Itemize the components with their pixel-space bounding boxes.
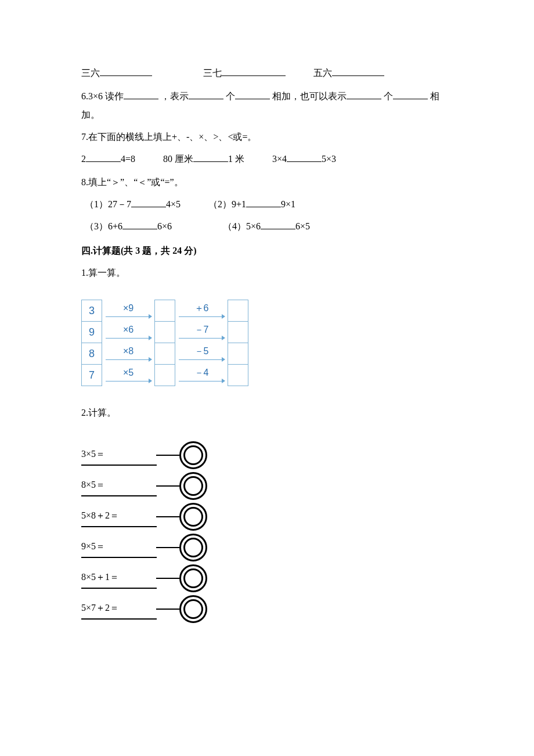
calc-chain-row: 8×8－5 bbox=[82, 343, 248, 365]
start-number: 9 bbox=[82, 322, 102, 343]
blank[interactable] bbox=[347, 89, 381, 99]
answer-ring[interactable] bbox=[179, 472, 207, 500]
question-4-2-title: 2.计算。 bbox=[81, 404, 453, 422]
calc-chain-row: 9×6－7 bbox=[82, 322, 248, 343]
blank[interactable] bbox=[100, 66, 152, 76]
question-8-row2: （3）6+66×6 （4）5×66×5 bbox=[81, 217, 453, 236]
arrow-op: ×5 bbox=[102, 365, 155, 386]
blank[interactable] bbox=[193, 152, 228, 162]
line-connector bbox=[156, 609, 179, 610]
blank[interactable] bbox=[287, 152, 322, 162]
blank[interactable] bbox=[246, 197, 281, 207]
result-box[interactable] bbox=[155, 343, 175, 365]
arrow-op: －4 bbox=[175, 365, 228, 386]
start-number: 8 bbox=[82, 343, 102, 365]
result-box[interactable] bbox=[228, 365, 248, 386]
answer-ring[interactable] bbox=[179, 503, 207, 531]
section-4-title: 四.计算题(共 3 题，共 24 分) bbox=[81, 242, 453, 260]
calc-ring-row: 5×8＋2＝ bbox=[81, 501, 453, 532]
label-sanqi: 三七 bbox=[203, 68, 222, 78]
question-6: 6.3×6 读作 ，表示 个 相加，也可以表示 个 相 加。 bbox=[81, 87, 453, 124]
q6-text: 相加，也可以表示 bbox=[272, 91, 347, 101]
blank[interactable] bbox=[222, 66, 286, 76]
expression: 9×5＝ bbox=[81, 537, 157, 558]
calc-chain-row: 7×5－4 bbox=[82, 365, 248, 386]
calc-ring-row: 8×5＋1＝ bbox=[81, 563, 453, 593]
q6-text: 加。 bbox=[81, 110, 100, 120]
blank[interactable] bbox=[332, 66, 384, 76]
q6-text: 个 bbox=[384, 91, 393, 101]
result-box[interactable] bbox=[228, 300, 248, 322]
q7b-left: 80 厘米 bbox=[163, 154, 193, 164]
q8-3-right: 6×6 bbox=[157, 221, 172, 231]
line-connector bbox=[156, 578, 179, 579]
answer-ring[interactable] bbox=[179, 595, 207, 623]
blank[interactable] bbox=[393, 89, 428, 99]
q8-2-left: （2）9+1 bbox=[208, 199, 246, 209]
result-box[interactable] bbox=[155, 322, 175, 343]
blank[interactable] bbox=[122, 219, 157, 229]
start-number: 3 bbox=[82, 300, 102, 322]
blank[interactable] bbox=[235, 89, 270, 99]
result-box[interactable] bbox=[155, 300, 175, 322]
label-sanliu: 三六 bbox=[81, 68, 100, 78]
result-box[interactable] bbox=[228, 322, 248, 343]
line-connector bbox=[156, 516, 179, 517]
question-8-row1: （1）27－74×5 （2）9+19×1 bbox=[81, 195, 453, 214]
calc-ring-list: 3×5＝8×5＝5×8＋2＝9×5＝8×5＋1＝5×7＋2＝ bbox=[81, 440, 453, 624]
arrow-op: ＋6 bbox=[175, 300, 228, 322]
question-4-1-title: 1.算一算。 bbox=[81, 264, 453, 282]
calc-chain-table: 3×9＋69×6－78×8－57×5－4 bbox=[81, 300, 248, 386]
q8-2-right: 9×1 bbox=[281, 199, 295, 209]
q8-1-right: 4×5 bbox=[166, 199, 181, 209]
expression: 8×5＋1＝ bbox=[81, 568, 157, 589]
answer-ring[interactable] bbox=[179, 564, 207, 592]
arrow-op: ×6 bbox=[102, 322, 155, 343]
calc-ring-row: 5×7＋2＝ bbox=[81, 593, 453, 624]
question-8-title: 8.填上“＞”、“＜”或“=”。 bbox=[81, 173, 453, 192]
calc-chain-row: 3×9＋6 bbox=[82, 300, 248, 322]
blank[interactable] bbox=[261, 219, 295, 229]
q6-text: 6.3×6 读作 bbox=[81, 91, 124, 101]
q8-1-left: （1）27－7 bbox=[85, 199, 131, 209]
start-number: 7 bbox=[82, 365, 102, 386]
q8-4-left: （4）5×6 bbox=[223, 221, 261, 231]
blank[interactable] bbox=[131, 197, 166, 207]
q7a-left: 2 bbox=[81, 154, 86, 164]
blank[interactable] bbox=[124, 89, 158, 99]
expression: 5×8＋2＝ bbox=[81, 506, 157, 527]
q7b-right: 1 米 bbox=[228, 154, 244, 164]
q8-4-right: 6×5 bbox=[295, 221, 310, 231]
calc-ring-row: 9×5＝ bbox=[81, 532, 453, 563]
result-box[interactable] bbox=[155, 365, 175, 386]
line-connector bbox=[156, 547, 179, 548]
blank[interactable] bbox=[86, 152, 121, 162]
calc-ring-row: 8×5＝ bbox=[81, 470, 453, 501]
fill-line-1: 三六 三七 五六 bbox=[81, 64, 453, 82]
arrow-op: －7 bbox=[175, 322, 228, 343]
answer-ring[interactable] bbox=[179, 441, 207, 469]
q6-text: 个 bbox=[226, 91, 235, 101]
expression: 3×5＝ bbox=[81, 445, 157, 466]
line-connector bbox=[156, 485, 179, 487]
q7c-right: 5×3 bbox=[322, 154, 336, 164]
calc-ring-row: 3×5＝ bbox=[81, 440, 453, 470]
result-box[interactable] bbox=[228, 343, 248, 365]
question-7-items: 24=8 80 厘米1 米 3×45×3 bbox=[81, 150, 453, 168]
answer-ring[interactable] bbox=[179, 534, 207, 561]
q7c-left: 3×4 bbox=[272, 154, 287, 164]
question-7-title: 7.在下面的横线上填上+、-、×、>、<或=。 bbox=[81, 128, 453, 146]
q7a-right: 4=8 bbox=[121, 154, 135, 164]
expression: 8×5＝ bbox=[81, 476, 157, 496]
q6-text: 相 bbox=[430, 91, 439, 101]
expression: 5×7＋2＝ bbox=[81, 599, 157, 620]
arrow-op: ×8 bbox=[102, 343, 155, 365]
label-wuliu: 五六 bbox=[313, 68, 332, 78]
line-connector bbox=[156, 455, 179, 456]
arrow-op: －5 bbox=[175, 343, 228, 365]
q6-text: ，表示 bbox=[161, 91, 189, 101]
arrow-op: ×9 bbox=[102, 300, 155, 322]
blank[interactable] bbox=[189, 89, 223, 99]
q8-3-left: （3）6+6 bbox=[85, 221, 122, 231]
